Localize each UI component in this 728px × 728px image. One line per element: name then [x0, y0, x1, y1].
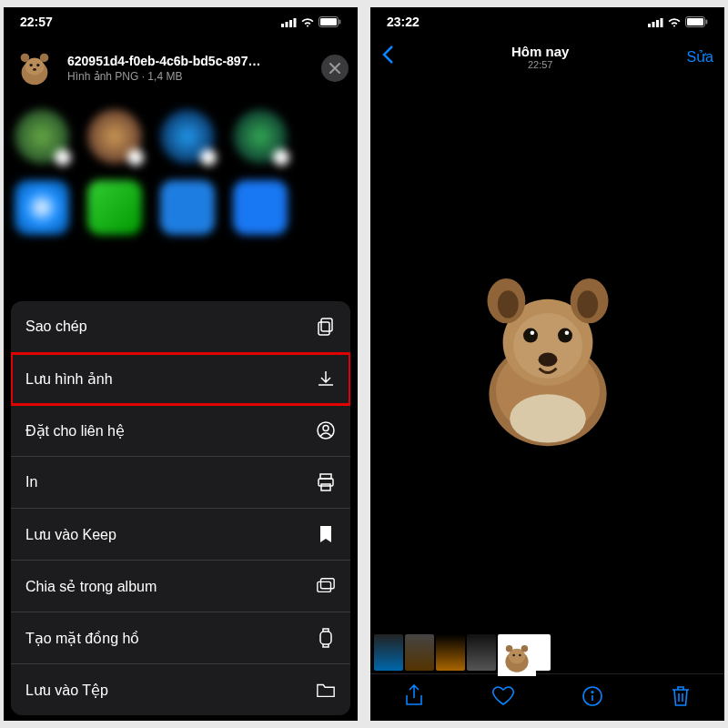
info-button[interactable]	[581, 685, 603, 711]
svg-point-43	[564, 330, 569, 335]
share-button[interactable]	[404, 684, 424, 712]
svg-point-52	[519, 654, 521, 657]
svg-rect-16	[318, 322, 329, 335]
svg-point-11	[40, 54, 49, 63]
svg-rect-6	[339, 20, 341, 25]
svg-rect-30	[687, 18, 703, 25]
signal-icon	[648, 17, 663, 27]
contact-icon	[316, 420, 336, 440]
app-icon[interactable]	[15, 180, 69, 235]
edit-button[interactable]: Sửa	[686, 48, 713, 66]
action-copy[interactable]: Sao chép	[11, 301, 350, 353]
svg-point-13	[36, 64, 39, 66]
thumb-item[interactable]	[436, 634, 465, 671]
svg-rect-0	[281, 24, 284, 27]
action-watch[interactable]: Tạo mặt đồng hồ	[11, 612, 350, 664]
app-icon[interactable]	[87, 180, 142, 235]
close-icon	[329, 63, 340, 74]
contact-avatar[interactable]	[15, 109, 69, 164]
svg-point-12	[29, 64, 32, 66]
share-icon	[404, 684, 424, 708]
battery-icon	[685, 16, 708, 27]
close-button[interactable]	[321, 55, 349, 82]
status-time: 22:57	[20, 15, 53, 29]
copy-icon	[316, 317, 336, 337]
svg-point-40	[523, 328, 538, 342]
svg-rect-15	[321, 318, 332, 331]
action-folder[interactable]: Lưu vào Tệp	[11, 664, 350, 715]
signal-icon	[281, 17, 297, 27]
svg-point-51	[512, 654, 515, 657]
svg-point-42	[530, 330, 534, 335]
action-label: Chia sẻ trong album	[25, 578, 157, 595]
action-print[interactable]: In	[11, 457, 350, 509]
favorite-button[interactable]	[491, 685, 515, 711]
album-icon	[316, 576, 336, 596]
wifi-icon	[300, 17, 315, 27]
file-meta: Hình ảnh PNG · 1,4 MB	[67, 70, 312, 83]
wifi-icon	[667, 17, 682, 27]
svg-rect-28	[661, 18, 663, 27]
bookmark-icon	[316, 524, 336, 544]
svg-point-54	[592, 691, 594, 693]
svg-point-50	[521, 645, 529, 652]
svg-rect-1	[286, 22, 288, 27]
contact-avatar[interactable]	[160, 109, 215, 164]
nav-title: Hôm nay	[511, 44, 569, 59]
svg-rect-24	[320, 632, 331, 644]
info-icon	[581, 685, 603, 707]
trash-icon	[671, 684, 691, 708]
thumb-item[interactable]	[467, 634, 496, 671]
svg-point-45	[510, 394, 586, 442]
nav-bar: Hôm nay 22:57 Sửa	[370, 36, 724, 76]
photo-canvas[interactable]	[370, 76, 724, 632]
status-time: 23:22	[387, 15, 420, 29]
svg-rect-31	[706, 20, 708, 25]
contact-avatar[interactable]	[233, 109, 288, 164]
svg-rect-5	[320, 18, 337, 25]
photo-toolbar	[370, 673, 724, 721]
svg-point-41	[558, 328, 572, 342]
action-contact[interactable]: Đặt cho liên hệ	[11, 405, 350, 457]
back-button[interactable]	[381, 45, 394, 68]
svg-rect-26	[652, 22, 655, 27]
action-download[interactable]: Lưu hình ảnh	[11, 353, 350, 405]
svg-rect-2	[289, 20, 292, 27]
svg-point-38	[497, 290, 518, 318]
action-label: Lưu vào Tệp	[25, 682, 108, 699]
print-icon	[316, 472, 336, 492]
svg-point-14	[33, 68, 36, 71]
action-label: In	[25, 474, 37, 490]
action-label: Đặt cho liên hệ	[25, 422, 125, 440]
action-label: Lưu hình ảnh	[25, 370, 113, 388]
svg-rect-22	[318, 581, 331, 592]
app-icon[interactable]	[160, 180, 215, 235]
svg-rect-25	[648, 24, 651, 27]
status-bar: 22:57	[4, 7, 358, 36]
svg-point-49	[506, 645, 513, 652]
status-bar: 23:22	[370, 7, 724, 36]
action-list: Sao chépLưu hình ảnhĐặt cho liên hệInLưu…	[11, 301, 350, 715]
watch-icon	[316, 628, 336, 648]
svg-point-10	[21, 54, 30, 63]
file-info: 620951d4-f0eb-4c6b-bd5c-897… Hình ảnh PN…	[67, 54, 312, 83]
action-label: Lưu vào Keep	[25, 526, 116, 543]
action-bookmark[interactable]: Lưu vào Keep	[11, 509, 350, 561]
delete-button[interactable]	[671, 684, 691, 712]
svg-point-44	[538, 352, 557, 366]
svg-point-39	[577, 290, 598, 318]
thumb-item[interactable]	[405, 634, 434, 671]
contact-avatar[interactable]	[87, 109, 142, 164]
nav-subtitle: 22:57	[511, 59, 569, 70]
status-indicators	[648, 16, 708, 27]
thumbnail-strip[interactable]	[370, 632, 724, 673]
share-sheet-screen: 22:57 620951d4-f0eb-4c6b-bd5c-897… Hình …	[4, 7, 358, 721]
app-icon[interactable]	[233, 180, 288, 235]
action-label: Sao chép	[25, 318, 87, 335]
thumb-item[interactable]	[374, 634, 403, 671]
download-icon	[316, 369, 336, 389]
file-thumbnail	[13, 46, 58, 91]
share-targets-blurred	[4, 100, 358, 296]
action-album[interactable]: Chia sẻ trong album	[11, 561, 350, 612]
thumb-item-selected[interactable]	[498, 634, 551, 671]
